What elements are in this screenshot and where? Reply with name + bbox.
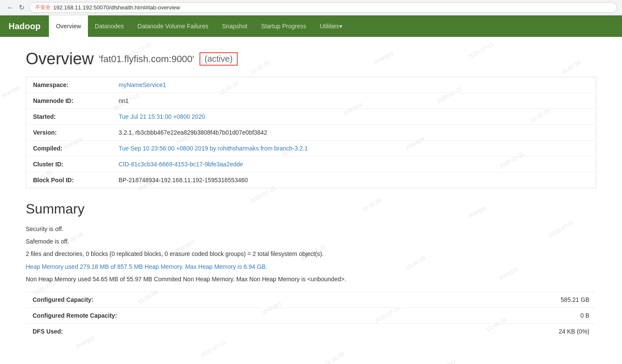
browser-nav-buttons: ← ↻	[5, 2, 26, 13]
navbar: Hadoop Overview Datanodes Datanode Volum…	[0, 15, 622, 37]
browser-bar: ← ↻ 不安全 192.168.11.192:50070/dfshealth.h…	[0, 0, 622, 15]
summary-label-0: Configured Capacity:	[26, 292, 154, 307]
nav-item-snapshot[interactable]: Snapshot	[215, 15, 254, 37]
reload-button[interactable]: ↻	[17, 2, 26, 13]
nav-item-startup-progress[interactable]: Startup Progress	[254, 15, 313, 37]
overview-title: Overview	[26, 50, 94, 68]
address-bar[interactable]: 不安全 192.168.11.192:50070/dfshealth.html#…	[30, 2, 617, 13]
watermark-35: 15:46:39	[323, 351, 345, 364]
back-button[interactable]: ←	[5, 2, 15, 13]
summary-value-2: 24 KB (0%)	[154, 323, 596, 339]
summary-label-2: DFS Used:	[26, 323, 154, 339]
content-wrapper: Overview 'fat01.flyfish.com:9000' (activ…	[26, 50, 596, 339]
info-value-4[interactable]: Tue Sep 10 23:56:00 +0800 2019 by rohith…	[112, 141, 596, 156]
brand-logo[interactable]: Hadoop	[9, 21, 40, 31]
page-content: zhangyy2020-07-2115:46:39zhangyy2020-07-…	[0, 37, 622, 364]
non-heap-text: Non Heap Memory used 54.65 MB of 55.97 M…	[26, 274, 596, 285]
info-value-1: nn1	[112, 93, 596, 109]
info-label-2: Started:	[26, 109, 112, 125]
overview-host: 'fat01.flyfish.com:9000'	[99, 54, 194, 65]
watermark-36: zhangyy	[435, 358, 456, 364]
nav-item-volume-failures[interactable]: Datanode Volume Failures	[131, 15, 215, 37]
info-value-2[interactable]: Tue Jul 21 15:31:00 +0800 2020	[112, 109, 596, 125]
info-value-6: BP-218748934-192.168.11.192-159531655346…	[112, 172, 596, 188]
nav-item-utilities[interactable]: Utilities	[313, 15, 349, 37]
info-label-6: Block Pool ID:	[26, 172, 112, 188]
summary-text: Security is off. Safemode is off. 2 file…	[26, 224, 596, 285]
info-value-0[interactable]: myNameService1	[112, 77, 596, 93]
info-value-5[interactable]: CID-81c3cb34-6669-4153-bc17-9bfe3aa2edde	[112, 156, 596, 172]
safemode-text: Safemode is off.	[26, 236, 596, 247]
url-text: 192.168.11.192:50070/dfshealth.html#tab-…	[53, 4, 180, 11]
filesystem-text: 2 files and directories, 0 blocks (0 rep…	[26, 249, 596, 259]
info-label-0: Namespace:	[26, 77, 112, 93]
status-badge: (active)	[199, 52, 238, 66]
info-table: Namespace:myNameService1Namenode ID:nn1S…	[26, 77, 596, 188]
nav-items: Overview Datanodes Datanode Volume Failu…	[49, 15, 349, 37]
info-label-3: Version:	[26, 125, 112, 141]
page-title-section: Overview 'fat01.flyfish.com:9000' (activ…	[26, 50, 596, 68]
summary-label-1: Configured Remote Capacity:	[26, 307, 154, 323]
summary-table: Configured Capacity:585.21 GBConfigured …	[26, 292, 596, 339]
summary-value-0: 585.21 GB	[154, 292, 596, 307]
summary-title: Summary	[26, 201, 596, 217]
security-indicator: 不安全	[35, 4, 51, 11]
info-label-5: Cluster ID:	[26, 156, 112, 172]
nav-item-overview[interactable]: Overview	[49, 15, 88, 37]
summary-value-1: 0 B	[154, 307, 596, 323]
info-value-3: 3.2.1, rb3cbbb467e22ea829b3808f4b7b01d07…	[112, 125, 596, 141]
watermark-34: 2020-07-21	[199, 339, 227, 358]
info-label-1: Namenode ID:	[26, 93, 112, 109]
info-label-4: Compiled:	[26, 141, 112, 156]
watermark-6: zhangyy	[0, 84, 21, 99]
security-text: Security is off.	[26, 224, 596, 235]
heap-text: Heap Memory used 279.18 MB of 857.5 MB H…	[26, 263, 267, 270]
nav-item-datanodes[interactable]: Datanodes	[88, 15, 131, 37]
